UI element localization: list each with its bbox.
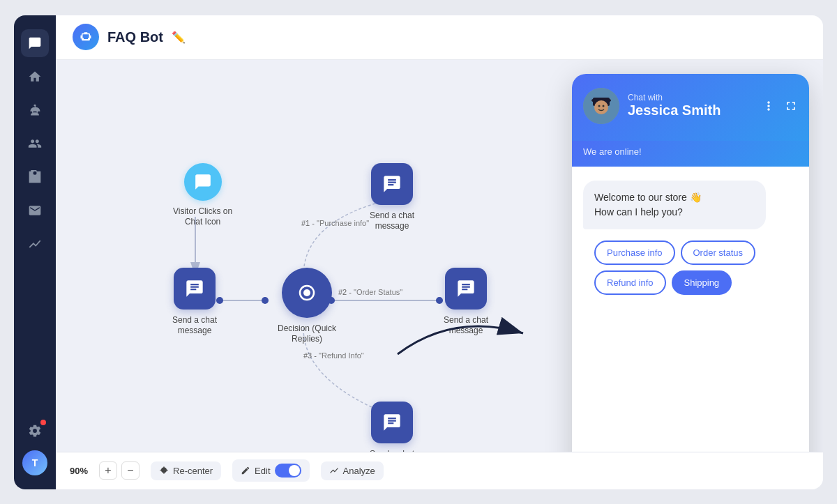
sidebar-item-chat[interactable] <box>21 29 49 57</box>
sidebar-item-users[interactable] <box>21 130 49 158</box>
zoom-in-button[interactable]: + <box>99 461 117 480</box>
send-chat-label-1: Send a chatmessage <box>172 315 217 337</box>
edit-label: Edit <box>255 466 270 476</box>
zoom-level: 90% <box>70 466 88 476</box>
chat-messages: Welcome to our store 👋How can I help you… <box>572 167 809 452</box>
decision-label: Decision (QuickReplies) <box>278 323 336 345</box>
demo-arrow <box>398 298 537 382</box>
quick-reply-refund[interactable]: Refund info <box>594 270 666 295</box>
main-content: FAQ Bot ✏️ <box>56 15 823 489</box>
sidebar-item-analytics[interactable] <box>21 230 49 258</box>
notification-dot <box>40 420 46 425</box>
bot-avatar-icon <box>73 24 99 50</box>
send-chat-icon-top <box>371 163 413 205</box>
page-title: FAQ Bot <box>107 29 163 45</box>
svg-point-17 <box>603 105 605 107</box>
chat-header: Chat with Jessica Smith <box>572 74 809 141</box>
send-chat-node-1[interactable]: Send a chatmessage <box>172 268 217 337</box>
sidebar-item-book[interactable] <box>21 163 49 191</box>
quick-replies[interactable]: Purchase info Order status Refund info S… <box>583 240 798 295</box>
main-container: T FAQ Bot ✏️ <box>14 15 823 489</box>
chat-with-label: Chat with <box>628 93 753 102</box>
send-chat-icon-1 <box>174 268 216 310</box>
flow-canvas[interactable]: Visitor Clicks onChat Icon Send a chatme… <box>56 60 823 452</box>
chat-header-info: Chat with Jessica Smith <box>628 93 753 119</box>
send-chat-node-top[interactable]: Send a chatmessage <box>370 163 414 232</box>
decision-node[interactable]: Decision (QuickReplies) <box>278 268 336 345</box>
svg-point-2 <box>216 297 223 304</box>
user-avatar[interactable]: T <box>22 450 47 475</box>
trigger-node[interactable]: Visitor Clicks onChat Icon <box>173 163 232 228</box>
svg-point-3 <box>262 297 269 304</box>
quick-reply-shipping[interactable]: Shipping <box>672 270 732 295</box>
chat-widget: Chat with Jessica Smith We are online! W… <box>572 74 809 452</box>
edit-icon <box>241 466 250 475</box>
edit-button[interactable]: Edit <box>232 459 309 482</box>
sidebar-item-bot[interactable] <box>21 96 49 124</box>
send-chat-label-top: Send a chatmessage <box>370 211 414 232</box>
sidebar: T <box>14 15 56 489</box>
svg-point-16 <box>598 105 601 107</box>
connector-label-3: #3 - "Refund Info" <box>303 351 364 360</box>
edit-icon[interactable]: ✏️ <box>172 31 186 44</box>
chat-online-bar: We are online! <box>572 141 809 167</box>
analyze-label: Analyze <box>343 466 375 476</box>
zoom-out-button[interactable]: − <box>121 461 140 480</box>
send-chat-label-3: Send a chatmessage <box>370 449 414 452</box>
svg-point-15 <box>594 100 608 114</box>
connector-label-2: #2 - "Order Status" <box>338 288 402 296</box>
recenter-icon <box>159 466 169 475</box>
welcome-message: Welcome to our store 👋How can I help you… <box>583 181 766 229</box>
minimize-icon[interactable] <box>784 99 798 113</box>
trigger-label: Visitor Clicks onChat Icon <box>173 206 232 228</box>
sidebar-item-mail[interactable] <box>21 197 49 224</box>
more-icon[interactable] <box>762 99 776 113</box>
quick-reply-purchase[interactable]: Purchase info <box>594 240 675 265</box>
analyze-button[interactable]: Analyze <box>321 461 384 480</box>
recenter-label: Re-center <box>173 466 213 476</box>
quick-reply-order[interactable]: Order status <box>681 240 756 265</box>
sidebar-settings[interactable] <box>21 417 49 445</box>
send-chat-icon-3 <box>371 402 413 443</box>
analyze-icon <box>329 466 339 475</box>
decision-icon <box>282 268 332 318</box>
recenter-button[interactable]: Re-center <box>151 461 221 480</box>
chat-header-actions <box>762 99 798 113</box>
zoom-controls: + − <box>99 461 140 480</box>
bottom-toolbar: 90% + − Re-center Edit Analyze <box>56 452 823 489</box>
chat-agent-name: Jessica Smith <box>628 102 753 119</box>
chat-agent-avatar <box>583 88 619 124</box>
edit-toggle[interactable] <box>275 464 301 478</box>
connector-label-1: #1 - "Purchase info" <box>301 219 369 227</box>
send-chat-node-3[interactable]: Send a chatmessage <box>370 402 414 452</box>
sidebar-item-home[interactable] <box>21 63 49 91</box>
topbar: FAQ Bot ✏️ <box>56 15 823 60</box>
svg-point-10 <box>303 289 310 296</box>
trigger-icon <box>184 163 222 201</box>
